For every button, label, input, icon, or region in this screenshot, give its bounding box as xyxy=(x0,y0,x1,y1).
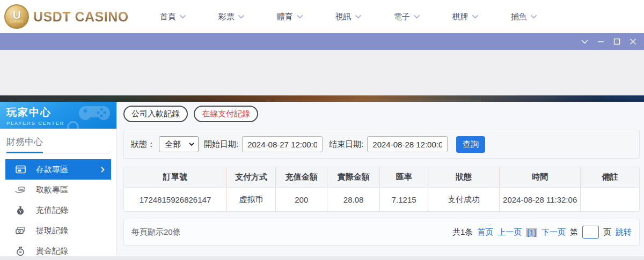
cell-actual-amount: 28.08 xyxy=(327,188,380,211)
jump-prefix-label: 第 xyxy=(570,227,578,237)
sidebar-item-funds-records[interactable]: 資金記錄 xyxy=(5,241,111,256)
funds-bag-icon xyxy=(15,247,26,256)
sidebar-item-recharge-records[interactable]: 充值記錄 xyxy=(5,200,111,220)
sidebar: 玩家中心 PLAYERS CENTER 財務中心 xyxy=(0,102,117,256)
brand-name: USDT CASINO xyxy=(33,9,129,25)
first-page-link[interactable]: 首页 xyxy=(477,227,493,237)
record-tabs: 公司入款記錄 在線支付記錄 xyxy=(123,106,640,122)
nav-item[interactable]: 體育 xyxy=(277,12,303,22)
sidebar-item-label: 提現記錄 xyxy=(36,226,68,236)
withdraw-hand-icon xyxy=(15,186,26,194)
table-header-cell: 狀態 xyxy=(428,167,499,187)
filter-bar: 狀態： 全部 開始日期: 结束日期: 查詢 xyxy=(123,130,640,159)
status-select-value: 全部 xyxy=(165,139,181,150)
nav-item-label: 電子 xyxy=(394,12,410,22)
chevron-down-icon xyxy=(355,15,361,19)
nav-item[interactable]: 電子 xyxy=(394,12,420,22)
chevron-down-icon xyxy=(238,15,244,19)
jump-suffix-label: 页 xyxy=(603,227,611,237)
coin-caption: CASINO xyxy=(10,20,23,23)
cell-remark xyxy=(581,188,639,211)
gamepad-icon xyxy=(78,104,111,125)
coin-letter: U xyxy=(12,10,20,20)
chevron-down-icon xyxy=(297,15,303,19)
next-page-link[interactable]: 下一页 xyxy=(541,227,566,237)
nav-item[interactable]: 捕魚 xyxy=(511,12,537,22)
maximize-icon[interactable] xyxy=(613,38,620,45)
nav-item-label: 視訊 xyxy=(335,12,352,22)
table-header-cell: 訂單號 xyxy=(124,167,227,187)
end-date-label: 结束日期: xyxy=(329,139,363,150)
chevron-down-icon xyxy=(414,15,420,19)
minimize-icon[interactable] xyxy=(597,38,604,45)
chevron-down-icon[interactable] xyxy=(581,40,588,44)
pagination-bar: 每頁顯示20條 共1条 首页 上一页 [1] 下一页 第 页 跳转 xyxy=(123,219,640,246)
table-header-cell: 實際金額 xyxy=(327,167,380,187)
status-select[interactable]: 全部 xyxy=(159,136,199,152)
moneybag-icon xyxy=(15,206,26,215)
main-panel: 公司入款記錄 在線支付記錄 狀態： 全部 開始日期: 结束日期: 查詢 訂單號支… xyxy=(117,102,644,256)
table-row: 1724815926826147 虚拟币 200 28.08 7.1215 支付… xyxy=(124,188,639,211)
table-header-cell: 充值金額 xyxy=(276,167,327,187)
nav-item[interactable]: 棋牌 xyxy=(452,12,478,22)
table-header-cell: 時間 xyxy=(500,167,581,187)
sidebar-divider xyxy=(6,152,110,153)
page-jump-input[interactable] xyxy=(582,226,599,239)
table-header-row: 訂單號支付方式充值金額實際金額匯率狀態時間備註 xyxy=(124,167,639,188)
main-nav: 首頁 彩票 體育 視訊 電子 xyxy=(160,12,537,22)
nav-item-label: 彩票 xyxy=(218,12,235,22)
chevron-right-icon xyxy=(101,167,105,173)
window-titlebar xyxy=(0,33,644,50)
tab-company-deposit-records[interactable]: 公司入款記錄 xyxy=(123,106,188,122)
cell-payment-method: 虚拟币 xyxy=(227,188,276,211)
jump-button[interactable]: 跳转 xyxy=(616,227,632,237)
sidebar-menu: 存款專區 取款專區 充值記錄 xyxy=(5,159,111,256)
cell-time: 2024-08-28 11:32:06 xyxy=(500,188,581,211)
sidebar-item-withdrawal-records[interactable]: 提現記錄 xyxy=(5,220,111,241)
records-table: 訂單號支付方式充值金額實際金額匯率狀態時間備註 1724815926826147… xyxy=(123,167,640,212)
nav-item[interactable]: 彩票 xyxy=(218,12,244,22)
sidebar-item-deposit[interactable]: 存款專區 xyxy=(5,159,111,180)
banner-bottom-edge xyxy=(0,95,644,102)
banner-area xyxy=(0,50,644,95)
deposit-card-icon xyxy=(15,165,26,174)
chevron-down-icon xyxy=(189,143,194,146)
status-label: 狀態： xyxy=(131,139,155,150)
table-header-cell: 支付方式 xyxy=(227,167,276,187)
sidebar-header: 玩家中心 PLAYERS CENTER xyxy=(0,102,116,129)
nav-item[interactable]: 視訊 xyxy=(335,12,361,22)
app-window: U CASINO USDT CASINO 首頁 彩票 體育 xyxy=(0,0,644,260)
sidebar-item-label: 取款專區 xyxy=(36,185,68,195)
chevron-down-icon xyxy=(180,15,186,19)
cell-recharge-amount: 200 xyxy=(276,188,327,211)
query-button[interactable]: 查詢 xyxy=(456,136,485,153)
table-header-cell: 備註 xyxy=(581,167,639,187)
coin-logo-icon: U CASINO xyxy=(4,4,29,29)
sidebar-item-withdraw[interactable]: 取款專區 xyxy=(5,180,111,200)
start-date-label: 開始日期: xyxy=(204,139,238,150)
sidebar-section-title: 財務中心 xyxy=(6,136,110,148)
sidebar-item-label: 充值記錄 xyxy=(36,205,68,216)
current-page-indicator: [1] xyxy=(526,228,537,237)
cash-notes-icon xyxy=(15,227,26,234)
chevron-down-icon xyxy=(531,15,537,19)
end-date-input[interactable] xyxy=(367,136,448,152)
tab-online-payment-records[interactable]: 在線支付記錄 xyxy=(194,106,258,122)
nav-item-label: 體育 xyxy=(277,12,293,22)
top-header: U CASINO USDT CASINO 首頁 彩票 體育 xyxy=(0,0,644,33)
sidebar-item-label: 存款專區 xyxy=(36,165,68,175)
close-icon[interactable] xyxy=(630,38,636,45)
nav-item-label: 首頁 xyxy=(160,12,176,22)
start-date-input[interactable] xyxy=(242,136,323,152)
prev-page-link[interactable]: 上一页 xyxy=(497,227,522,237)
pager: 共1条 首页 上一页 [1] 下一页 第 页 跳转 xyxy=(452,226,632,239)
chevron-down-icon xyxy=(472,15,478,19)
nav-item[interactable]: 首頁 xyxy=(160,12,186,22)
table-header-cell: 匯率 xyxy=(380,167,428,187)
page-size-text: 每頁顯示20條 xyxy=(131,227,181,237)
sidebar-item-label: 資金記錄 xyxy=(36,246,68,256)
page-bottom-strip xyxy=(0,256,644,260)
nav-item-label: 捕魚 xyxy=(511,12,527,22)
brand-logo[interactable]: U CASINO USDT CASINO xyxy=(4,4,129,29)
cell-order-id: 1724815926826147 xyxy=(124,188,227,211)
